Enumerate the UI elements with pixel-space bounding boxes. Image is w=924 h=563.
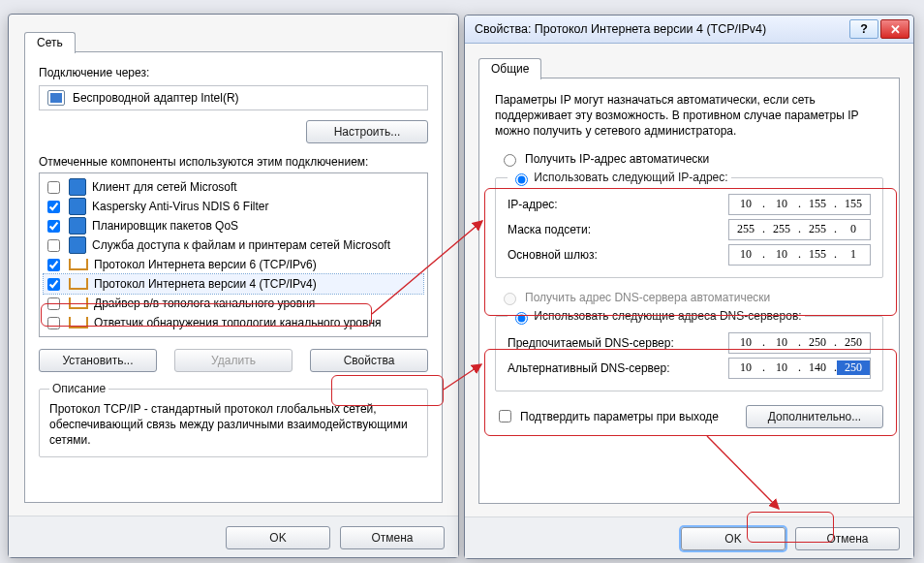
- description-group-legend: Описание: [49, 382, 108, 395]
- preferred-dns-label: Предпочитаемый DNS-сервер:: [508, 336, 674, 350]
- component-label: Планировщик пакетов QoS: [92, 219, 238, 233]
- advanced-button[interactable]: Дополнительно...: [746, 405, 883, 428]
- win1-ok-button[interactable]: OK: [226, 526, 330, 549]
- radio-dns-auto-label: Получить адрес DNS-сервера автоматически: [525, 291, 770, 304]
- preferred-dns-input[interactable]: 10.10.250.250: [728, 332, 871, 354]
- connector-icon: [69, 317, 88, 328]
- connector-icon: [69, 297, 88, 309]
- connection-props-window: Сеть Подключение через: Беспроводной ада…: [8, 14, 459, 558]
- gateway-input[interactable]: 10.10.155.1: [728, 244, 871, 266]
- tab-network[interactable]: Сеть: [24, 32, 76, 53]
- component-item-2[interactable]: Планировщик пакетов QoS: [44, 216, 423, 235]
- components-label: Отмеченные компоненты используются этим …: [39, 155, 428, 169]
- component-label: Kaspersky Anti-Virus NDIS 6 Filter: [92, 200, 269, 213]
- service-icon: [69, 236, 86, 254]
- component-checkbox[interactable]: [47, 220, 60, 233]
- service-icon: [69, 178, 86, 196]
- adapter-field[interactable]: Беспроводной адаптер Intel(R): [39, 85, 428, 110]
- properties-button[interactable]: Свойства: [310, 349, 428, 372]
- component-label: Служба доступа к файлам и принтерам сете…: [92, 238, 390, 252]
- connector-icon: [69, 278, 88, 290]
- component-checkbox[interactable]: [47, 259, 60, 271]
- adapter-name: Беспроводной адаптер Intel(R): [73, 91, 239, 105]
- connector-icon: [69, 259, 88, 270]
- help-button[interactable]: ?: [849, 19, 878, 39]
- radio-dns-manual-label: Использовать следующие адреса DNS-сервер…: [534, 309, 801, 323]
- radio-ip-auto-label: Получить IP-адрес автоматически: [525, 152, 709, 166]
- validate-on-exit-checkbox[interactable]: [499, 410, 511, 422]
- component-checkbox[interactable]: [47, 239, 60, 252]
- alternate-dns-input[interactable]: 10.10.140.250: [728, 358, 871, 379]
- component-checkbox[interactable]: [47, 317, 60, 329]
- component-checkbox[interactable]: [47, 297, 60, 310]
- ipv4-props-window: Свойства: Протокол Интернета версии 4 (T…: [464, 15, 914, 559]
- description-text: Протокол TCP/IP - стандартный протокол г…: [49, 401, 417, 449]
- component-item-4[interactable]: Протокол Интернета версии 6 (TCP/IPv6): [44, 255, 423, 274]
- radio-ip-manual-label: Использовать следующий IP-адрес:: [534, 171, 727, 184]
- components-list[interactable]: Клиент для сетей MicrosoftKaspersky Anti…: [39, 172, 428, 337]
- component-checkbox[interactable]: [47, 181, 60, 194]
- configure-button[interactable]: Настроить...: [306, 120, 428, 143]
- radio-ip-auto[interactable]: [504, 154, 516, 167]
- subnet-mask-input[interactable]: 255.255.255.0: [728, 219, 871, 240]
- adapter-icon: [47, 90, 65, 106]
- component-item-3[interactable]: Служба доступа к файлам и принтерам сете…: [44, 235, 423, 255]
- ipv4-window-title: Свойства: Протокол Интернета версии 4 (T…: [475, 22, 766, 36]
- ip-address-input[interactable]: 10.10.155.155: [728, 194, 871, 215]
- component-item-1[interactable]: Kaspersky Anti-Virus NDIS 6 Filter: [44, 197, 423, 216]
- component-checkbox[interactable]: [47, 201, 60, 213]
- component-item-0[interactable]: Клиент для сетей Microsoft: [44, 177, 423, 197]
- component-label: Протокол Интернета версии 4 (TCP/IPv4): [94, 277, 317, 291]
- ipv4-intro-text: Параметры IP могут назначаться автоматич…: [495, 92, 883, 140]
- remove-button: Удалить: [174, 349, 293, 372]
- validate-on-exit-label: Подтвердить параметры при выходе: [520, 410, 719, 423]
- component-label: Клиент для сетей Microsoft: [92, 180, 237, 194]
- component-label: Ответчик обнаружения топологии канальног…: [94, 316, 382, 329]
- win2-cancel-button[interactable]: Отмена: [795, 527, 900, 550]
- service-icon: [69, 198, 86, 215]
- ip-address-label: IP-адрес:: [508, 198, 558, 211]
- manual-dns-group: Использовать следующие адреса DNS-сервер…: [495, 309, 883, 391]
- win1-cancel-button[interactable]: Отмена: [340, 526, 445, 549]
- component-item-7[interactable]: Ответчик обнаружения топологии канальног…: [44, 313, 423, 332]
- component-item-6[interactable]: Драйвер в/в тополога канального уровня: [44, 294, 423, 313]
- component-label: Протокол Интернета версии 6 (TCP/IPv6): [94, 258, 317, 271]
- alternate-dns-label: Альтернативный DNS-сервер:: [508, 361, 670, 375]
- radio-ip-manual[interactable]: [515, 173, 528, 186]
- install-button[interactable]: Установить...: [39, 349, 157, 372]
- connect-via-label: Подключение через:: [39, 66, 428, 79]
- manual-ip-group: Использовать следующий IP-адрес: IP-адре…: [495, 171, 883, 278]
- close-button[interactable]: ✕: [880, 19, 909, 39]
- description-group: Описание Протокол TCP/IP - стандартный п…: [39, 382, 428, 457]
- component-label: Драйвер в/в тополога канального уровня: [94, 297, 315, 310]
- tab-general[interactable]: Общие: [478, 58, 541, 79]
- win2-ok-button[interactable]: OK: [681, 527, 785, 550]
- gateway-label: Основной шлюз:: [508, 248, 598, 262]
- component-checkbox[interactable]: [47, 278, 60, 291]
- radio-dns-manual[interactable]: [515, 312, 528, 325]
- radio-dns-auto: [504, 293, 516, 305]
- service-icon: [69, 217, 86, 235]
- component-item-5[interactable]: Протокол Интернета версии 4 (TCP/IPv4): [44, 274, 423, 294]
- subnet-mask-label: Маска подсети:: [508, 223, 591, 236]
